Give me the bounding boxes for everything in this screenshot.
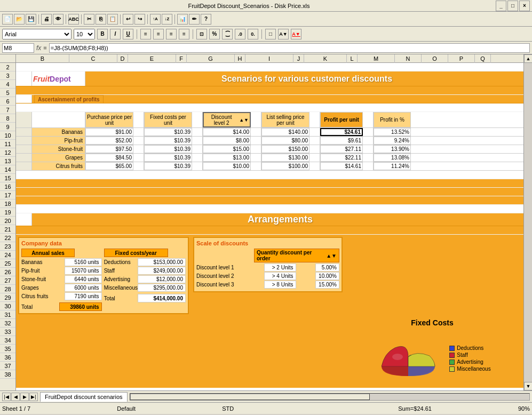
sum-display: Sum=$24.61	[398, 405, 432, 412]
misc-legend-color	[449, 366, 455, 372]
discount-value: $15.00	[203, 145, 251, 153]
minimize-button[interactable]: _	[496, 1, 506, 11]
inc-decimal-button[interactable]: .0	[235, 29, 245, 39]
vertical-scrollbar[interactable]: ▲ ▼	[523, 54, 532, 390]
col-header-i[interactable]: I	[245, 54, 293, 63]
fruit-name: Grapes	[32, 154, 85, 162]
col-header-c[interactable]: C	[69, 54, 117, 63]
dec-decimal-button[interactable]: 0.	[248, 29, 258, 39]
font-color-button[interactable]: A▼	[291, 29, 301, 39]
col-header-j[interactable]: J	[293, 54, 304, 63]
purchase-value: $52.00	[85, 137, 133, 145]
border-button[interactable]: □	[265, 29, 276, 39]
formula-input[interactable]	[49, 43, 530, 53]
open-icon[interactable]: 📂	[14, 14, 25, 25]
tab-prev-button[interactable]: ◀	[11, 393, 20, 401]
tab-last-button[interactable]: ▶|	[29, 393, 38, 401]
discount-pct: 15.00%	[315, 281, 339, 289]
row-num-14: 14	[0, 165, 15, 174]
fruit-row: Citrus fruits $65.00 $10.39 $10.00 $100.…	[16, 162, 523, 171]
preview-icon[interactable]: 👁	[53, 14, 63, 25]
row-num-28: 28	[0, 285, 15, 293]
sort-desc-icon[interactable]: ↓Z	[162, 14, 172, 25]
legend-deductions: Deductions	[449, 345, 490, 351]
fruit-row: Bananas $91.00 $10.39 $14.00 $140.00 $24…	[16, 128, 523, 137]
maximize-button[interactable]: □	[507, 1, 518, 11]
tab-navigation: |◀ ◀ ▶ ▶|	[0, 392, 40, 402]
scroll-up-button[interactable]: ▲	[524, 54, 532, 63]
tab-next-button[interactable]: ▶	[20, 393, 29, 401]
justify-button[interactable]: ≡	[179, 29, 189, 39]
col-header-g[interactable]: G	[187, 54, 235, 63]
bg-color-button[interactable]: A▼	[278, 29, 289, 39]
bold-button[interactable]: B	[97, 29, 108, 39]
discount-pct: 5.00%	[315, 264, 339, 272]
cost-amount: $295,000.00	[138, 284, 186, 292]
col-header-l[interactable]: L	[347, 54, 358, 63]
fruit-units: 15070 units	[65, 267, 102, 275]
staff-legend-label: Staff	[457, 352, 467, 358]
sort-asc-icon[interactable]: ↑A	[150, 14, 161, 25]
file-icon[interactable]: 📄	[2, 14, 13, 25]
sheet-tab[interactable]: FruitDepot discount scenarios	[40, 392, 128, 402]
profit-value: $22.11	[320, 154, 363, 162]
row-num-31: 31	[0, 310, 15, 319]
cell-reference-input[interactable]	[2, 43, 34, 53]
copy-icon[interactable]: ⎘	[96, 14, 106, 25]
purchase-value: $97.50	[85, 145, 133, 153]
list-value: $130.00	[261, 154, 309, 162]
row-num-8: 8	[0, 114, 15, 123]
cost-amount: $249,000.00	[138, 267, 186, 275]
percent-button[interactable]: %	[209, 29, 220, 39]
discount-value: $14.00	[203, 128, 251, 136]
col-header-p[interactable]: P	[448, 54, 475, 63]
col-header-q[interactable]: Q	[475, 54, 491, 63]
tab-first-button[interactable]: |◀	[2, 393, 11, 401]
fruit-name: Pip-fruit	[32, 137, 85, 145]
chart-icon[interactable]: 📊	[177, 14, 188, 25]
col-header-d[interactable]: D	[117, 54, 128, 63]
sheet-info: Sheet 1 / 7	[2, 405, 30, 412]
align-right-button[interactable]: ≡	[166, 29, 177, 39]
cut-icon[interactable]: ✂	[84, 14, 94, 25]
row-num-11: 11	[0, 140, 15, 148]
italic-button[interactable]: I	[110, 29, 121, 39]
col-header-b[interactable]: B	[16, 54, 69, 63]
merge-button[interactable]: ⊡	[196, 29, 207, 39]
col-header-f[interactable]: F	[176, 54, 187, 63]
col-header-h[interactable]: H	[235, 54, 245, 63]
profit-pct-value: 13.90%	[374, 145, 411, 153]
thousands-button[interactable]: ⁐	[222, 29, 233, 39]
grid-content[interactable]: FruitDepot Scenarios for various custome…	[16, 63, 523, 390]
horizontal-scrollbar[interactable]	[130, 393, 530, 401]
align-center-button[interactable]: ≡	[153, 29, 164, 39]
underline-button[interactable]: U	[123, 29, 133, 39]
fruit-units: 7190 units	[65, 292, 102, 300]
svg-point-1	[392, 354, 403, 360]
discount-header-row: Quantity discount per order ▲▼	[196, 249, 339, 262]
spellcheck-icon[interactable]: ABC	[68, 14, 79, 25]
font-select[interactable]: Arial	[2, 29, 72, 39]
staff-legend-color	[449, 353, 455, 358]
fixed-value: $10.39	[144, 137, 192, 145]
col-header-k[interactable]: K	[304, 54, 347, 63]
redo-icon[interactable]: ↪	[134, 14, 145, 25]
col-header-n[interactable]: N	[395, 54, 422, 63]
draw-icon[interactable]: ✏	[189, 14, 200, 25]
misc-legend-label: Miscellaneous	[457, 366, 490, 372]
undo-icon[interactable]: ↩	[123, 14, 133, 25]
align-left-button[interactable]: ≡	[140, 29, 151, 39]
print-icon[interactable]: 🖨	[41, 14, 52, 25]
close-button[interactable]: ×	[519, 1, 530, 11]
profit-value: $24.61	[320, 128, 363, 136]
col-header-m[interactable]: M	[358, 54, 395, 63]
save-icon[interactable]: 💾	[26, 14, 36, 25]
std-label: STD	[222, 405, 234, 412]
paste-icon[interactable]: 📋	[107, 14, 118, 25]
col-header-o[interactable]: O	[422, 54, 448, 63]
font-size-select[interactable]: 10	[74, 29, 95, 39]
col-header-e[interactable]: E	[128, 54, 176, 63]
scroll-down-button[interactable]: ▼	[524, 382, 532, 390]
pie-chart-area: Fixed Costs	[338, 318, 523, 388]
help-icon[interactable]: ?	[201, 14, 211, 25]
